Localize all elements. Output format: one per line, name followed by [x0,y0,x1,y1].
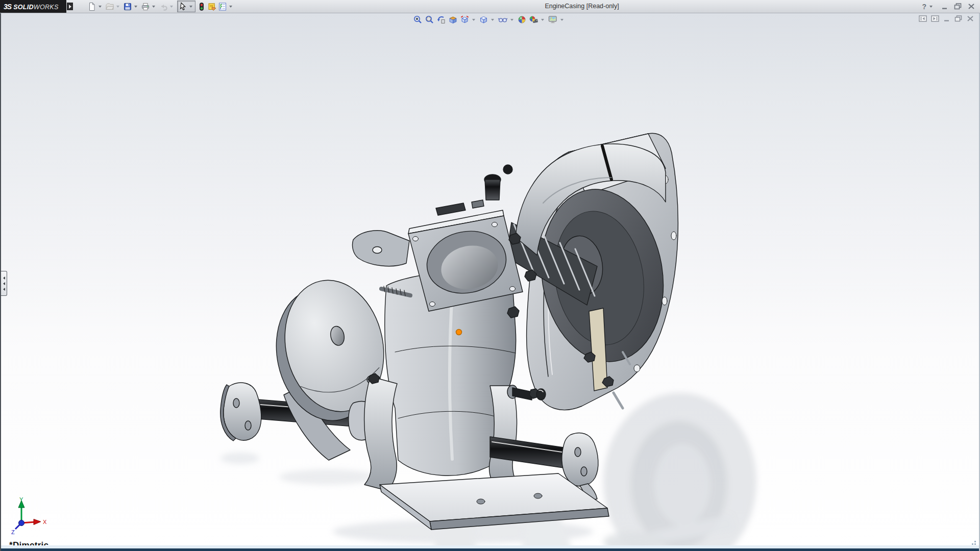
app-window-buttons: ? [922,0,975,13]
graphics-viewport[interactable]: Y X Z *Dimetric [0,13,980,551]
dropdown-arrow-icon[interactable] [491,19,494,21]
previous-view-icon [436,15,446,24]
save-button[interactable] [122,1,133,12]
doc-minimize-button[interactable] [943,16,950,22]
display-style-cube-icon [479,15,488,24]
triad-x-label: X [43,519,47,525]
minimize-button[interactable] [941,4,948,10]
zoom-fit-icon [413,15,423,24]
printer-icon [141,2,150,11]
dropdown-arrow-icon[interactable] [929,6,933,8]
color-ball-icon [517,15,527,24]
comment-button[interactable] [207,1,217,12]
select-cursor-icon [179,2,188,11]
chevron-right-icon [69,5,71,9]
dropdown-arrow-icon[interactable] [134,6,137,8]
chevron-left-icon [3,288,5,291]
pane-toggle-right-button[interactable] [931,15,939,22]
pane-toggle-left-button[interactable] [919,15,927,22]
dropdown-arrow-icon[interactable] [152,6,155,8]
open-button[interactable] [105,1,115,12]
doc-restore-button[interactable] [954,15,963,22]
display-style-button[interactable] [478,14,489,25]
dropdown-arrow-icon[interactable] [116,6,119,8]
main-toolbar [87,0,235,13]
new-document-button[interactable] [87,1,97,12]
dropdown-arrow-icon[interactable] [229,6,232,8]
chevron-left-icon [3,282,5,285]
view-orientation-button[interactable] [459,14,470,25]
eyeglasses-icon [498,15,508,24]
ignition-parts[interactable] [436,165,512,215]
document-window-controls [919,15,974,22]
solidworks-logo: 3S SOLIDWORKS [0,0,66,13]
triad-z-label: Z [11,529,15,535]
section-view-button[interactable] [448,14,458,25]
new-document-icon [87,2,96,11]
dropdown-arrow-icon[interactable] [170,6,173,8]
section-view-icon [448,15,458,24]
apply-scene-button[interactable] [528,14,539,25]
dropdown-arrow-icon[interactable] [510,19,513,21]
undo-arrow-icon [159,2,168,11]
help-button[interactable]: ? [922,3,936,11]
design-checker-button[interactable] [217,1,228,12]
left-mount-flange[interactable] [220,383,261,441]
status-lights-button[interactable] [197,1,207,12]
engine-casing-model[interactable] [1,13,980,551]
triad-z-axis: Z [11,520,24,536]
help-icon: ? [922,3,926,11]
view-settings-button[interactable] [547,14,558,25]
restore-button[interactable] [954,3,962,10]
menu-expand-button[interactable] [67,3,73,10]
view-cube-icon [460,15,470,24]
origin-marker[interactable] [456,330,462,335]
dropdown-arrow-icon[interactable] [472,19,475,21]
window-title: EngineCasing [Read-only] [490,0,674,13]
brand-text: SOLIDWORKS [13,2,58,11]
triad-y-axis: Y [18,497,24,523]
zoom-to-fit-button[interactable] [412,14,423,25]
feature-manager-collapsed-tab[interactable] [1,271,7,296]
close-button[interactable] [968,3,975,10]
triad-x-axis: X [21,519,47,525]
undo-button[interactable] [158,1,168,12]
print-button[interactable] [140,1,151,12]
edit-appearance-button[interactable] [517,14,527,25]
traffic-light-icon [197,2,206,11]
dropdown-arrow-icon[interactable] [541,19,544,21]
dropdown-arrow-icon[interactable] [99,6,102,8]
previous-view-button[interactable] [436,14,447,25]
checklist-icon [218,2,227,11]
hide-show-items-button[interactable] [497,14,508,25]
scene-ball-icon [529,15,538,24]
note-hand-icon [207,2,217,11]
stand-right-upright[interactable] [489,385,546,486]
select-tool-button[interactable] [177,1,195,12]
triad-y-label: Y [19,497,23,503]
zoom-area-icon [425,15,434,24]
resize-grip[interactable] [969,540,976,545]
open-folder-icon [105,2,114,11]
chevron-left-icon [3,277,5,280]
monitor-scene-icon [548,15,558,24]
dassault-3ds-logo-icon: 3S [4,3,11,11]
solidworks-app-window: { "titlebar": { "brand_mark": "3S", "bra… [0,0,980,551]
dropdown-arrow-icon[interactable] [560,19,564,21]
bottom-border-dark [1,548,980,551]
orientation-triad: Y X Z [4,497,51,538]
save-floppy-icon [123,2,132,11]
heads-up-view-toolbar [412,14,566,25]
doc-close-button[interactable] [967,15,974,22]
zoom-to-area-button[interactable] [424,14,435,25]
titlebar: 3S SOLIDWORKS [0,0,980,13]
dropdown-arrow-icon[interactable] [189,6,192,8]
